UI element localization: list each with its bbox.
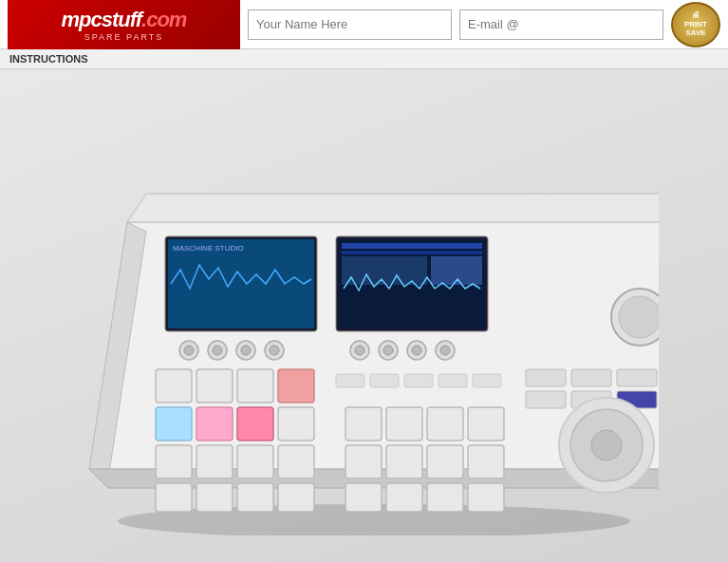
svg-rect-39 <box>278 445 314 478</box>
svg-rect-70 <box>427 483 463 512</box>
svg-rect-68 <box>345 483 382 512</box>
svg-rect-64 <box>345 445 382 478</box>
svg-rect-42 <box>237 483 273 512</box>
svg-rect-29 <box>196 369 233 403</box>
svg-rect-31 <box>278 369 314 403</box>
svg-rect-2 <box>168 239 314 328</box>
svg-rect-34 <box>237 407 273 440</box>
svg-rect-28 <box>156 369 192 403</box>
svg-rect-66 <box>427 445 463 478</box>
logo-sub: SPARE PARTS <box>84 32 164 42</box>
svg-rect-61 <box>386 407 422 440</box>
svg-rect-8 <box>342 256 427 285</box>
svg-rect-63 <box>468 407 504 440</box>
logo: mpcstuff.com SPARE PARTS <box>8 0 240 49</box>
svg-rect-58 <box>439 374 467 387</box>
svg-text:MASCHINE STUDIO: MASCHINE STUDIO <box>173 244 244 253</box>
svg-rect-43 <box>278 483 314 512</box>
svg-point-23 <box>412 346 421 355</box>
svg-rect-62 <box>427 407 463 440</box>
email-input[interactable] <box>459 9 663 40</box>
svg-rect-71 <box>468 483 504 512</box>
svg-rect-56 <box>370 374 399 387</box>
svg-rect-55 <box>336 374 364 387</box>
svg-rect-45 <box>571 369 611 386</box>
svg-rect-36 <box>156 445 192 478</box>
svg-rect-44 <box>526 369 566 386</box>
name-input[interactable] <box>248 9 452 40</box>
svg-rect-7 <box>342 251 482 254</box>
svg-rect-38 <box>237 445 273 478</box>
svg-rect-59 <box>473 374 501 387</box>
print-save-label: PRINTSAVE <box>684 20 707 38</box>
print-icon: 🖨 <box>692 10 700 20</box>
svg-rect-30 <box>237 369 273 403</box>
svg-point-21 <box>383 346 393 355</box>
svg-point-25 <box>440 346 450 355</box>
svg-rect-35 <box>278 407 314 440</box>
device-visual: MASCHINE STUDIO <box>0 69 728 562</box>
svg-point-13 <box>213 346 222 355</box>
svg-point-54 <box>591 430 622 460</box>
logo-text: mpcstuff.com <box>62 8 187 32</box>
svg-point-27 <box>619 296 659 338</box>
svg-rect-65 <box>386 445 422 478</box>
svg-rect-33 <box>196 407 233 440</box>
svg-rect-6 <box>342 243 482 249</box>
svg-rect-46 <box>617 369 657 386</box>
svg-point-17 <box>270 346 279 355</box>
svg-rect-40 <box>156 483 192 512</box>
svg-rect-41 <box>196 483 233 512</box>
instructions-label: INSTRUCTIONS <box>9 53 88 65</box>
svg-rect-48 <box>526 391 566 408</box>
svg-point-19 <box>355 346 364 355</box>
svg-rect-32 <box>156 407 192 440</box>
maschine-svg: MASCHINE STUDIO <box>70 165 659 535</box>
svg-rect-37 <box>196 445 233 478</box>
svg-rect-69 <box>386 483 422 512</box>
svg-rect-67 <box>468 445 504 478</box>
header: mpcstuff.com SPARE PARTS 🖨 PRINTSAVE <box>0 0 728 49</box>
svg-rect-57 <box>404 374 433 387</box>
instructions-bar: INSTRUCTIONS <box>0 49 728 69</box>
print-save-button[interactable]: 🖨 PRINTSAVE <box>671 2 720 47</box>
svg-point-11 <box>184 346 194 355</box>
svg-point-15 <box>241 346 251 355</box>
svg-rect-60 <box>345 407 382 440</box>
